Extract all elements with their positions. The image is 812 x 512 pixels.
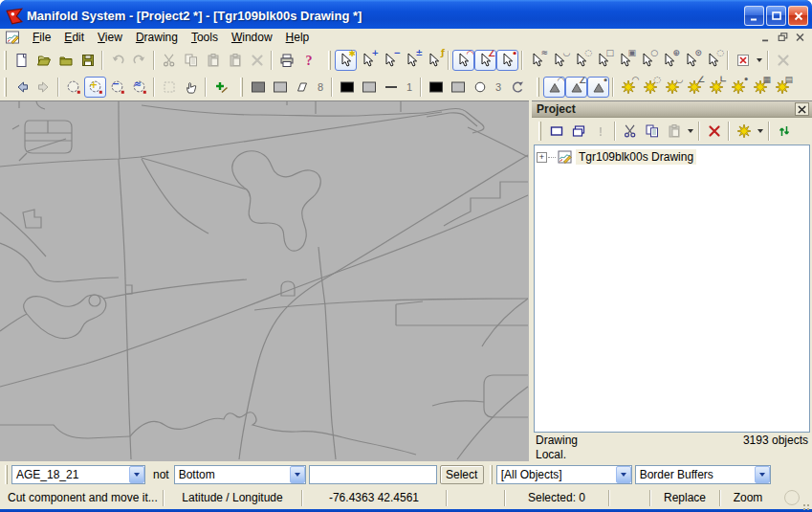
mdi-close-button[interactable]: [792, 31, 808, 44]
edit-segment-button[interactable]: ∠: [683, 77, 705, 98]
mdi-minimize-button[interactable]: [757, 31, 774, 44]
select-lasso-button[interactable]: ◌: [570, 50, 592, 71]
toolbar-grip[interactable]: [490, 465, 493, 484]
condition-combo[interactable]: Bottom: [174, 465, 306, 484]
dropdown-arrow-icon[interactable]: [755, 121, 765, 142]
select-circle-button[interactable]: ○: [636, 50, 658, 71]
select-freeform-button[interactable]: ◡: [548, 50, 570, 71]
minimize-button[interactable]: [744, 6, 764, 26]
dropdown-arrow-icon[interactable]: [754, 50, 764, 71]
expand-icon[interactable]: +: [537, 152, 547, 163]
snap-to-line-button[interactable]: ◠: [543, 77, 565, 98]
select-button[interactable]: Select: [440, 465, 484, 484]
toolbar-grip[interactable]: [538, 122, 541, 141]
toolbar-grip[interactable]: [240, 78, 243, 97]
clear-selection-button[interactable]: [732, 50, 754, 71]
chevron-down-icon[interactable]: [616, 466, 631, 483]
edit-grid-alt-button[interactable]: ▤: [771, 77, 793, 98]
insert-object-button[interactable]: [209, 77, 231, 98]
point-style-button[interactable]: [469, 77, 491, 98]
pane-close-button[interactable]: [795, 102, 809, 116]
map-canvas[interactable]: [0, 100, 529, 461]
import-button[interactable]: [55, 50, 77, 71]
touch-select-point-button[interactable]: •: [496, 50, 518, 71]
zoom-out-button[interactable]: −: [106, 77, 128, 98]
not-toggle[interactable]: not: [148, 468, 174, 481]
refresh-data-button[interactable]: [773, 121, 795, 142]
open-in-new-window-button[interactable]: [567, 121, 589, 142]
status-tool-mode[interactable]: Zoom: [720, 490, 776, 506]
template-combo[interactable]: Border Buffers: [635, 465, 771, 484]
select-circle-dotted-button[interactable]: ◌: [702, 50, 724, 71]
menu-edit[interactable]: Edit: [57, 30, 91, 45]
tree-item-label[interactable]: Tgr109blk00s Drawing: [576, 149, 696, 165]
rotate-button[interactable]: [506, 77, 528, 98]
touch-select-line-button[interactable]: ◠: [452, 50, 474, 71]
chevron-down-icon[interactable]: [290, 466, 305, 483]
edit-point-button[interactable]: •: [727, 77, 749, 98]
point-foreground-color-button[interactable]: [425, 77, 447, 98]
view-mode-button[interactable]: [62, 77, 84, 98]
select-box-centered-button[interactable]: ▣: [614, 50, 636, 71]
save-button[interactable]: [77, 50, 99, 71]
menu-window[interactable]: Window: [225, 30, 279, 45]
select-circle-plus-button[interactable]: ⊕: [658, 50, 680, 71]
close-button[interactable]: [788, 6, 808, 26]
select-new-button[interactable]: ✱: [335, 50, 357, 71]
snap-to-point-button[interactable]: •: [587, 77, 609, 98]
edit-arc-button[interactable]: ◡: [661, 77, 683, 98]
maximize-button[interactable]: [766, 6, 786, 26]
chevron-down-icon[interactable]: [129, 466, 144, 483]
tree-item-drawing[interactable]: + Tgr109blk00s Drawing: [537, 148, 807, 166]
toolbar-grip[interactable]: [537, 78, 539, 97]
line-style-button[interactable]: [380, 77, 402, 98]
toolbar-grip[interactable]: [4, 51, 7, 70]
line-foreground-color-button[interactable]: [336, 77, 358, 98]
zoom-fit-button[interactable]: ≈: [128, 77, 150, 98]
select-touch-button[interactable]: ≈: [526, 50, 548, 71]
area-style-button[interactable]: [291, 77, 313, 98]
copy-button[interactable]: [641, 121, 663, 142]
edit-line-button[interactable]: ◠: [617, 77, 639, 98]
menu-view[interactable]: View: [91, 30, 129, 45]
pan-button[interactable]: [180, 77, 202, 98]
mdi-restore-button[interactable]: [775, 31, 791, 44]
menu-tools[interactable]: Tools: [185, 30, 225, 45]
area-background-color-button[interactable]: [269, 77, 291, 98]
zoom-in-button[interactable]: +: [84, 77, 106, 98]
objects-combo[interactable]: [All Objects]: [496, 465, 632, 484]
field-combo[interactable]: AGE_18_21: [11, 465, 145, 484]
menu-help[interactable]: Help: [279, 30, 317, 45]
help-button[interactable]: ?: [297, 50, 319, 71]
status-paste-mode[interactable]: Replace: [650, 490, 719, 506]
touch-select-segment-button[interactable]: ∠: [474, 50, 496, 71]
menu-drawing[interactable]: Drawing: [129, 30, 185, 45]
delete-button[interactable]: [703, 121, 725, 142]
toolbar-grip[interactable]: [328, 51, 331, 70]
area-foreground-color-button[interactable]: [247, 77, 269, 98]
edit-grid-button[interactable]: ▦: [749, 77, 771, 98]
new-component-button[interactable]: [733, 121, 755, 142]
back-button[interactable]: [11, 77, 33, 98]
open-project-button[interactable]: [33, 50, 55, 71]
select-box-button[interactable]: □: [592, 50, 614, 71]
toolbar-grip[interactable]: [5, 465, 8, 484]
select-circle-centered-button[interactable]: ⊙: [680, 50, 702, 71]
new-document-button[interactable]: [11, 50, 33, 71]
line-background-color-button[interactable]: [358, 77, 380, 98]
value-input[interactable]: [309, 465, 437, 484]
select-add-button[interactable]: +: [357, 50, 379, 71]
select-formula-button[interactable]: ƒ: [423, 50, 445, 71]
edit-corner-button[interactable]: ∟: [705, 77, 727, 98]
resize-grip[interactable]: [783, 489, 812, 508]
toolbar-grip[interactable]: [4, 78, 7, 97]
select-toggle-button[interactable]: ±: [401, 50, 423, 71]
chevron-down-icon[interactable]: [755, 466, 770, 483]
edit-area-button[interactable]: ◌: [639, 77, 661, 98]
open-component-button[interactable]: [545, 121, 567, 142]
cut-button[interactable]: [619, 121, 641, 142]
select-subtract-button[interactable]: −: [379, 50, 401, 71]
snap-to-segment-button[interactable]: ∠: [565, 77, 587, 98]
point-background-color-button[interactable]: [447, 77, 469, 98]
menu-file[interactable]: File: [26, 30, 57, 45]
